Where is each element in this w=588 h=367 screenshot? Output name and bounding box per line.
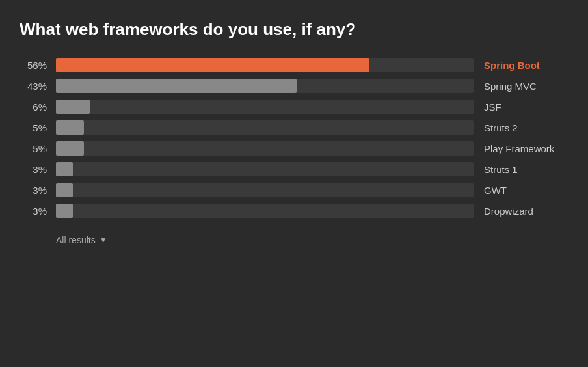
bar-track	[56, 100, 474, 114]
bar-label: Dropwizard	[484, 206, 568, 217]
bar-label: Spring Boot	[484, 60, 568, 71]
footer-label: All results	[56, 235, 96, 245]
bar-percent: 5%	[20, 143, 47, 154]
bar-label: Struts 1	[484, 164, 568, 175]
bar-row: 3%Struts 1	[20, 162, 568, 176]
bar-fill	[56, 204, 73, 218]
bar-row: 3%GWT	[20, 183, 568, 197]
footer[interactable]: All results ▼	[56, 235, 568, 245]
bar-percent: 56%	[20, 60, 47, 71]
bar-row: 5%Play Framework	[20, 141, 568, 156]
bar-fill	[56, 100, 90, 114]
bar-label: Struts 2	[484, 122, 568, 133]
bar-label: JSF	[484, 102, 568, 113]
bar-fill	[56, 58, 369, 72]
bar-fill	[56, 141, 84, 156]
bar-fill	[56, 162, 73, 176]
bar-percent: 43%	[20, 81, 47, 92]
chart-title: What web frameworks do you use, if any?	[20, 20, 568, 40]
bar-row: 56%Spring Boot	[20, 58, 568, 72]
bar-percent: 5%	[20, 122, 47, 133]
chart-body: 56%Spring Boot43%Spring MVC6%JSF5%Struts…	[20, 58, 568, 224]
bar-fill	[56, 79, 297, 93]
bar-row: 43%Spring MVC	[20, 79, 568, 93]
bar-track	[56, 58, 474, 72]
bar-track	[56, 204, 474, 218]
chart-container: What web frameworks do you use, if any? …	[0, 0, 588, 367]
bar-track	[56, 183, 474, 197]
bar-row: 3%Dropwizard	[20, 204, 568, 218]
bar-track	[56, 120, 474, 135]
bar-row: 5%Struts 2	[20, 120, 568, 135]
bar-percent: 3%	[20, 164, 47, 175]
bar-percent: 3%	[20, 206, 47, 217]
bar-row: 6%JSF	[20, 100, 568, 114]
bar-fill	[56, 183, 73, 197]
bar-percent: 3%	[20, 185, 47, 196]
bar-track	[56, 141, 474, 156]
dropdown-arrow-icon[interactable]: ▼	[100, 236, 107, 245]
bar-track	[56, 79, 474, 93]
bar-track	[56, 162, 474, 176]
bar-label: Play Framework	[484, 143, 568, 154]
bar-label: Spring MVC	[484, 81, 568, 92]
bar-percent: 6%	[20, 102, 47, 113]
bar-label: GWT	[484, 185, 568, 196]
bar-fill	[56, 120, 84, 135]
